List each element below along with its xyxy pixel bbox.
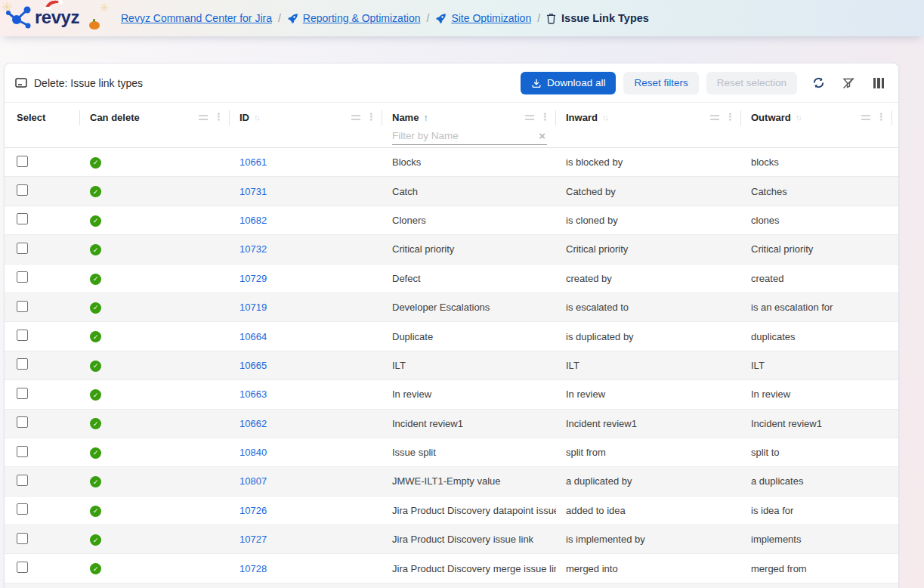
id-link[interactable]: 10664 (239, 331, 267, 342)
table-row: ✓ 10661 Blocks is blocked by blocks (5, 148, 898, 177)
outward-cell: Catches (741, 186, 892, 197)
column-menu-icon[interactable]: ⋮ (876, 113, 886, 121)
row-checkbox[interactable] (17, 184, 28, 196)
column-header-select: Select (5, 103, 80, 147)
column-header-name[interactable]: Name ↑ ⋮ × (382, 103, 556, 147)
inward-cell: added to idea (556, 505, 741, 516)
row-checkbox[interactable] (17, 156, 28, 167)
id-link[interactable]: 10731 (239, 186, 267, 197)
id-link[interactable]: 10729 (239, 273, 267, 284)
molecule-logo-icon (5, 4, 33, 32)
download-all-button[interactable]: Download all (521, 72, 616, 94)
id-link[interactable]: 10719 (239, 302, 267, 313)
column-resize-handle[interactable] (199, 115, 208, 120)
column-menu-icon[interactable]: ⋮ (366, 113, 376, 121)
name-filter-input[interactable] (392, 128, 547, 145)
outward-cell: duplicates (741, 331, 892, 342)
can-delete-check-icon: ✓ (90, 302, 101, 314)
id-link[interactable]: 10732 (239, 243, 267, 255)
outward-cell: blocks (741, 156, 892, 168)
row-checkbox[interactable] (17, 416, 28, 428)
column-resize-handle[interactable] (351, 115, 360, 120)
column-header-outward[interactable]: Outward ↑↓ ⋮ (741, 103, 892, 147)
can-delete-check-icon: ✓ (90, 534, 101, 546)
column-menu-icon[interactable]: ⋮ (725, 113, 735, 121)
inward-cell: Catched by (556, 186, 741, 197)
id-link[interactable]: 10665 (239, 360, 267, 371)
id-link[interactable]: 10662 (239, 418, 267, 429)
breadcrumb-link-site-optimization[interactable]: Site Optimization (451, 12, 531, 24)
fireworks-decoration (100, 3, 109, 12)
can-delete-check-icon: ✓ (90, 331, 101, 342)
outward-cell: split to (741, 447, 892, 458)
name-cell: Catch (382, 186, 556, 197)
reset-filters-button[interactable]: Reset filters (623, 72, 698, 94)
outward-cell: a duplicates (741, 475, 892, 487)
row-checkbox[interactable] (17, 503, 28, 515)
can-delete-check-icon: ✓ (90, 361, 101, 372)
id-link[interactable]: 10807 (239, 475, 267, 487)
table-row: ✓ 10662 Incident review1 Incident review… (5, 410, 898, 438)
reset-selection-button[interactable]: Reset selection (706, 72, 797, 94)
column-menu-icon[interactable]: ⋮ (214, 113, 224, 121)
row-checkbox[interactable] (17, 330, 28, 341)
id-link[interactable]: 10728 (239, 563, 267, 574)
column-menu-icon[interactable]: ⋮ (540, 113, 550, 121)
issue-link-types-card: Delete: Issue link types Download all Re… (4, 63, 899, 588)
card-title-text: Delete: Issue link types (34, 77, 143, 89)
sort-icon[interactable]: ↑↓ (796, 113, 801, 122)
id-link[interactable]: 10840 (239, 447, 267, 458)
name-cell: Duplicate (382, 331, 556, 342)
id-link[interactable]: 10661 (239, 156, 267, 168)
sort-icon[interactable]: ↑↓ (254, 113, 259, 122)
rocket-icon (435, 13, 447, 24)
console-icon (15, 78, 27, 88)
column-resize-handle[interactable] (710, 115, 719, 120)
column-header-filler (892, 103, 899, 147)
outward-cell: implements (741, 534, 892, 545)
can-delete-check-icon: ✓ (90, 157, 101, 169)
row-checkbox[interactable] (17, 388, 28, 399)
columns-icon[interactable] (870, 74, 888, 92)
refresh-icon[interactable] (809, 74, 827, 92)
name-cell: JMWE-ILT1-Empty value (382, 475, 556, 487)
page-title: Issue Link Types (561, 12, 649, 24)
row-checkbox[interactable] (17, 533, 28, 544)
id-link[interactable]: 10726 (239, 505, 267, 516)
breadcrumb-separator: / (278, 12, 281, 24)
sort-icon[interactable]: ↑↓ (602, 113, 607, 122)
column-header-id[interactable]: ID ↑↓ ⋮ (230, 103, 382, 147)
row-checkbox[interactable] (17, 213, 28, 224)
id-link[interactable]: 10727 (239, 534, 267, 545)
clear-filter-icon[interactable]: × (539, 129, 545, 142)
column-resize-handle[interactable] (861, 115, 870, 120)
column-resize-handle[interactable] (525, 115, 534, 120)
sort-ascending-icon[interactable]: ↑ (423, 112, 428, 123)
pumpkin-decoration (89, 21, 100, 29)
row-checkbox[interactable] (17, 301, 28, 312)
inward-cell: is duplicated by (556, 331, 741, 342)
filter-off-icon[interactable] (839, 74, 858, 92)
table-header: Select Can delete ⋮ ID ↑↓ ⋮ (5, 103, 898, 148)
column-header-can-delete[interactable]: Can delete ⋮ (80, 103, 230, 147)
id-link[interactable]: 10682 (239, 215, 267, 226)
row-checkbox[interactable] (17, 271, 28, 283)
row-checkbox[interactable] (17, 562, 28, 573)
breadcrumb-link-reporting-optimization[interactable]: Reporting & Optimization (303, 12, 421, 24)
row-checkbox[interactable] (17, 243, 28, 254)
inward-cell: a duplicated by (556, 475, 741, 487)
row-checkbox[interactable] (17, 358, 28, 370)
revyz-logo[interactable]: revyz (0, 0, 115, 36)
table-row: ✓ 10732 Critical priority Critical prior… (5, 235, 898, 264)
breadcrumb-link-command-center[interactable]: Revyz Command Center for Jira (121, 12, 272, 24)
row-checkbox[interactable] (17, 446, 28, 457)
breadcrumb-separator: / (426, 12, 429, 24)
id-link[interactable]: 10663 (239, 388, 267, 400)
row-checkbox[interactable] (17, 475, 28, 486)
app-header: revyz Revyz Command Center for Jira / Re… (0, 0, 924, 36)
outward-cell: is an escalation for (741, 302, 892, 313)
can-delete-check-icon: ✓ (90, 215, 101, 227)
outward-cell: created (741, 273, 892, 284)
column-header-inward[interactable]: Inward ↑↓ ⋮ (556, 103, 741, 147)
name-cell: Cloners (382, 215, 556, 226)
